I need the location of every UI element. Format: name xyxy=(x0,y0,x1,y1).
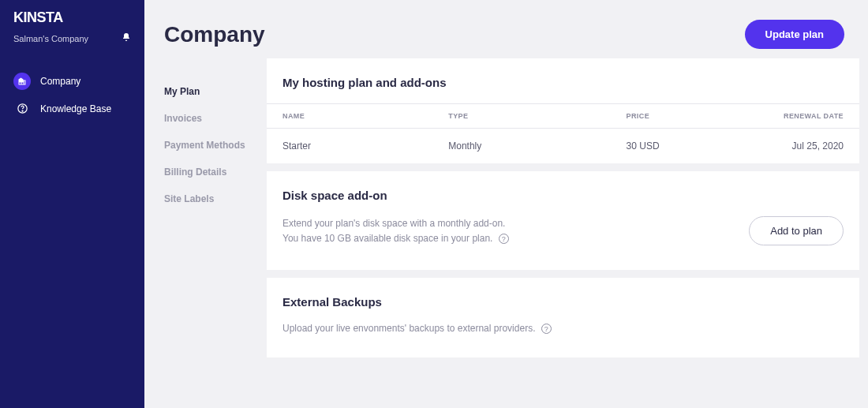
update-plan-button[interactable]: Update plan xyxy=(745,20,844,49)
bell-icon[interactable] xyxy=(122,32,131,44)
info-icon[interactable]: ? xyxy=(541,324,552,334)
external-backups-card: External Backups Upload your live envonm… xyxy=(267,278,859,357)
disk-addon-description: Extend your plan's disk space with a mon… xyxy=(282,216,509,246)
question-circle-icon xyxy=(13,103,31,114)
cell-price: 30 USD xyxy=(611,129,741,164)
external-backups-description: Upload your live envonments' backups to … xyxy=(267,323,859,357)
page-title: Company xyxy=(164,22,265,47)
col-renewal: RENEWAL DATE xyxy=(741,104,859,129)
disk-addon-card: Disk space add-on Extend your plan's dis… xyxy=(267,171,859,270)
col-price: PRICE xyxy=(611,104,741,129)
subnav-my-plan[interactable]: My Plan xyxy=(164,78,251,105)
hosting-plan-table: NAME TYPE PRICE RENEWAL DATE Starter Mon… xyxy=(267,103,859,163)
sidebar-item-label: Company xyxy=(40,76,80,87)
hosting-plan-title: My hosting plan and add-ons xyxy=(267,58,859,103)
cell-name: Starter xyxy=(267,129,432,164)
sidebar-item-company[interactable]: Company xyxy=(0,66,144,96)
svg-point-1 xyxy=(22,110,23,111)
main-content: Company Update plan My Plan Invoices Pay… xyxy=(144,0,868,408)
sidebar: KINSTA Salman's Company Company Knowledg… xyxy=(0,0,144,408)
brand-logo: KINSTA xyxy=(0,9,144,32)
sidebar-item-knowledge-base[interactable]: Knowledge Base xyxy=(0,96,144,121)
col-name: NAME xyxy=(267,104,432,129)
info-icon[interactable]: ? xyxy=(499,234,509,244)
subnav-site-labels[interactable]: Site Labels xyxy=(164,185,251,212)
cell-type: Monthly xyxy=(432,129,610,164)
subnav-billing-details[interactable]: Billing Details xyxy=(164,159,251,185)
subnav-payment-methods[interactable]: Payment Methods xyxy=(164,132,251,159)
subnav: My Plan Invoices Payment Methods Billing… xyxy=(164,58,251,365)
hosting-plan-card: My hosting plan and add-ons NAME TYPE PR… xyxy=(267,58,859,163)
external-backups-title: External Backups xyxy=(267,278,859,323)
panels: My hosting plan and add-ons NAME TYPE PR… xyxy=(267,58,859,365)
company-selector[interactable]: Salman's Company xyxy=(0,32,144,66)
company-icon xyxy=(13,73,31,90)
add-to-plan-button[interactable]: Add to plan xyxy=(749,216,844,245)
page-header: Company Update plan xyxy=(144,0,868,58)
cell-renewal: Jul 25, 2020 xyxy=(741,129,859,164)
sidebar-item-label: Knowledge Base xyxy=(40,103,111,114)
company-name: Salman's Company xyxy=(13,34,88,43)
table-row: Starter Monthly 30 USD Jul 25, 2020 xyxy=(267,129,859,164)
subnav-invoices[interactable]: Invoices xyxy=(164,105,251,132)
disk-addon-title: Disk space add-on xyxy=(267,171,859,216)
col-type: TYPE xyxy=(432,104,610,129)
